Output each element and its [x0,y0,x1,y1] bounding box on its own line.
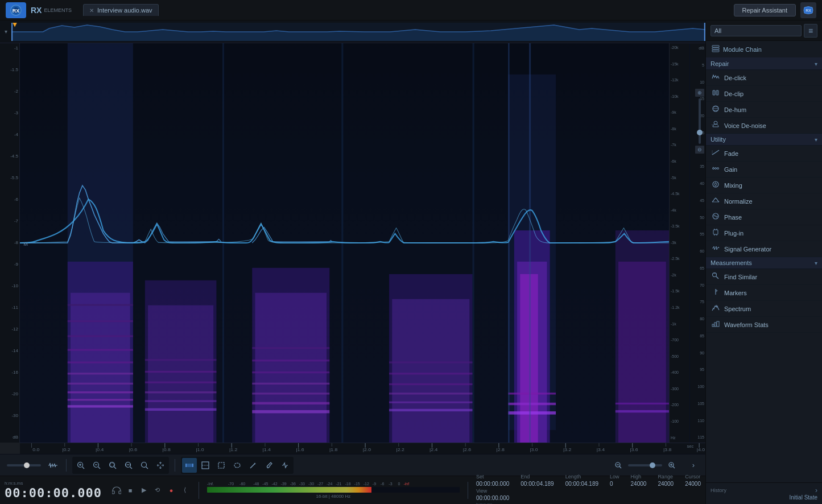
play-button[interactable]: ▶ [138,485,150,496]
zoom-in-button[interactable]: ⊕ [695,89,704,97]
module-chain-row[interactable]: Module Chain [706,41,822,58]
panel-menu-button[interactable]: ≡ [804,24,817,38]
svg-line-173 [716,276,718,279]
back-button[interactable]: ⟨ [179,485,191,496]
spectrogram-view[interactable]: M [20,43,669,443]
app-name: RX [31,6,42,15]
svg-rect-37 [252,371,329,373]
zoom-in-view-button[interactable] [664,458,679,473]
zoom-thumb[interactable] [697,130,703,135]
mixing-icon [711,180,721,190]
lasso-selection-button[interactable] [230,458,245,473]
healing-button[interactable] [278,458,292,473]
neg70-label: -70 [228,482,234,486]
neg24-label: -24 [327,482,332,486]
stats-panel: Set 00:00:00.000 View 00:00:00.000 h:m:s… [476,474,701,504]
overview-arrow[interactable]: ▾ [0,28,11,35]
expand-panel-button[interactable]: › [686,458,701,473]
neg18-label: -18 [345,482,350,486]
app-icon-right[interactable]: RX [800,2,816,18]
svg-rect-56 [618,262,666,443]
svg-text:|0.6: |0.6 [129,447,138,452]
panel-scroll[interactable]: Repair De-click [706,58,822,482]
svg-text:|3.6: |3.6 [630,447,638,452]
neg-inf-label: -Inf. [207,482,227,486]
high-stat: High 24000 [631,474,647,504]
svg-text:|0.8: |0.8 [162,447,171,452]
normalize-item[interactable]: Normalize [706,193,822,209]
level-meter-area: -Inf. -70 -60 -48 -45 -42 -39 -36 -33 -3… [207,482,460,499]
repair-section-header[interactable]: Repair [706,58,822,70]
measurements-chevron [815,260,817,266]
filter-select[interactable]: All [711,25,802,36]
svg-rect-62 [508,43,509,443]
right-db-axis: dB 5 10 15 20 25 30 35 40 45 50 55 60 65… [689,43,705,443]
paintbrush-button[interactable] [262,458,276,473]
overview-waveform[interactable] [11,23,705,41]
declick-item[interactable]: De-click [706,70,822,86]
length-stat: Length 00:00:04.189 [565,474,598,504]
svg-rect-19 [68,349,133,350]
zoom-fit-button[interactable] [137,458,152,473]
app-logo: RX [6,2,26,18]
wfstats-item[interactable]: Waveform Stats [706,317,822,333]
measurements-section-header[interactable]: Measurements [706,257,822,269]
zoom-in-time-button[interactable] [73,458,88,473]
utility-section-header[interactable]: Utility [706,134,822,146]
svg-rect-41 [392,299,469,443]
stop-button[interactable]: ■ [125,485,136,496]
expand-right-button[interactable]: › [815,486,817,494]
zoom-full-button[interactable] [121,458,136,473]
low-stat: Low 0 [610,474,619,504]
info-divider [199,482,199,499]
wfstats-label: Waveform Stats [724,321,769,328]
file-tab[interactable]: ✕ Interview audio.wav [83,4,159,16]
svg-text:|1.2: |1.2 [229,447,238,452]
repair-assistant-button[interactable]: Repair Assistant [734,4,796,16]
measurements-label: Measurements [711,259,815,266]
vdn-item[interactable]: Voice De-noise [706,118,822,134]
zoom-out-button[interactable]: ⊖ [695,146,704,154]
siggen-item[interactable]: Signal Generator [706,241,822,257]
svg-rect-34 [252,402,329,404]
timecode-value: 00:00:00.000 [5,486,102,500]
zoom-out-time-button[interactable] [89,458,104,473]
record-button[interactable]: ● [166,485,177,496]
fade-item[interactable]: Fade [706,146,822,162]
headphones-button[interactable] [111,485,122,496]
gain-item[interactable]: Gain [706,162,822,177]
svg-text:sec: sec [687,444,693,449]
findsimilar-label: Find Similar [724,274,757,280]
phase-label: Phase [724,214,742,221]
phase-item[interactable]: Phase [706,209,822,225]
volume-slider[interactable] [7,464,41,466]
neg60-label: -60 [239,482,245,486]
zoom-out-view-button[interactable] [611,458,626,473]
mixing-item[interactable]: Mixing [706,177,822,193]
center-area: ▾ -1 -1.5 [0,20,705,504]
findsimilar-item[interactable]: Find Similar [706,269,822,285]
spectrum-item[interactable]: Spectrum [706,301,822,317]
magic-wand-button[interactable] [246,458,261,473]
selection-tools [181,457,294,474]
plugin-item[interactable]: Plug-in [706,225,822,241]
zoom-to-selection-button[interactable] [105,458,120,473]
svg-rect-14 [68,399,133,400]
loop-button[interactable]: ⟲ [152,485,163,496]
svg-rect-45 [389,383,473,385]
declip-item[interactable]: De-clip [706,86,822,102]
spectrogram-container[interactable]: -1 -1.5 -2 -3 -4 -4.5 -5.5 -6 -7 -8 -9 -… [0,43,705,443]
view-zoom-slider[interactable] [628,464,662,466]
freq-selection-button[interactable] [198,458,213,473]
dehum-item[interactable]: De-hum [706,102,822,118]
markers-item[interactable]: Markers [706,285,822,301]
zoom-tools [72,457,169,474]
siggen-label: Signal Generator [724,246,771,253]
pan-tool-button[interactable] [153,458,168,473]
repair-chevron [815,61,817,67]
tab-close-icon[interactable]: ✕ [89,7,94,14]
format-info: 16-bit | 48000 Hz [207,494,460,499]
rect-selection-button[interactable] [214,458,229,473]
time-selection-button[interactable] [182,458,197,473]
waveform-toggle-button[interactable] [46,458,60,473]
